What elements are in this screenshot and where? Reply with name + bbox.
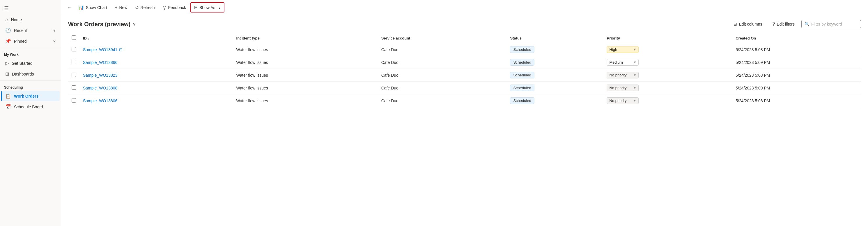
- feedback-label: Feedback: [168, 5, 186, 10]
- priority-dropdown-4[interactable]: No priority ∨: [607, 97, 639, 104]
- row-id-link-0[interactable]: Sample_WO13941: [83, 47, 117, 52]
- sidebar-item-pinned-label: Pinned: [14, 39, 27, 44]
- sidebar-item-dashboards[interactable]: ⊞ Dashboards: [1, 69, 60, 79]
- priority-label-0: High: [609, 47, 617, 52]
- show-chart-label: Show Chart: [86, 5, 107, 10]
- row-id-link-1[interactable]: Sample_WO13866: [83, 60, 117, 65]
- home-icon: ⌂: [5, 17, 8, 23]
- filter-keyword-input[interactable]: [811, 22, 858, 27]
- sidebar-item-dashboards-label: Dashboards: [12, 72, 34, 76]
- header-priority[interactable]: Priority: [603, 33, 732, 43]
- refresh-label: Refresh: [141, 5, 155, 10]
- header-id[interactable]: ID ↓: [80, 33, 233, 43]
- sidebar-item-get-started-label: Get Started: [12, 61, 33, 66]
- table-row: Sample_WO13866 Water flow issues Cafe Du…: [68, 56, 861, 69]
- hamburger-menu[interactable]: ☰: [0, 2, 61, 14]
- status-badge-3: Scheduled: [510, 84, 534, 91]
- edit-filters-label: Edit filters: [777, 22, 795, 27]
- row-created-cell-1: 5/24/2023 5:09 PM: [732, 56, 861, 69]
- sidebar-item-work-orders[interactable]: 📋 Work Orders: [1, 91, 60, 101]
- edit-columns-button[interactable]: ⊟ Edit columns: [730, 20, 765, 29]
- open-record-icon-0[interactable]: ⊡: [119, 47, 123, 52]
- feedback-button[interactable]: ◎ Feedback: [159, 3, 189, 12]
- search-icon: 🔍: [805, 22, 809, 27]
- hamburger-icon: ☰: [4, 5, 9, 11]
- row-service-cell-3: Cafe Duo: [378, 82, 507, 95]
- priority-dropdown-1[interactable]: Medium ∨: [607, 59, 639, 66]
- status-badge-2: Scheduled: [510, 72, 534, 78]
- sidebar: ☰ ⌂ Home 🕐 Recent ∨ 📌 Pinned ∨ My Work ▷…: [0, 0, 61, 226]
- row-created-on-1: 5/24/2023 5:09 PM: [736, 60, 770, 65]
- priority-dropdown-0[interactable]: High ∨: [607, 46, 639, 53]
- header-created-on[interactable]: Created On: [732, 33, 861, 43]
- row-status-cell-2: Scheduled: [506, 69, 603, 82]
- work-orders-table: ID ↓ Incident type Service account Statu…: [68, 33, 861, 107]
- header-service-account[interactable]: Service account: [378, 33, 507, 43]
- priority-dropdown-3[interactable]: No priority ∨: [607, 84, 639, 91]
- work-orders-icon: 📋: [5, 93, 11, 99]
- row-status-cell-4: Scheduled: [506, 95, 603, 107]
- row-checkbox-3[interactable]: [72, 85, 76, 90]
- row-status-cell-3: Scheduled: [506, 82, 603, 95]
- page-title-area: Work Orders (preview) ∨: [68, 21, 136, 28]
- sidebar-item-get-started[interactable]: ▷ Get Started: [1, 58, 60, 68]
- row-incident-type-0: Water flow issues: [236, 47, 268, 52]
- row-created-cell-4: 5/24/2023 5:08 PM: [732, 95, 861, 107]
- dashboards-icon: ⊞: [5, 71, 9, 77]
- header-created-label: Created On: [736, 36, 756, 40]
- page-title-chevron-icon[interactable]: ∨: [133, 22, 136, 27]
- row-id-link-4[interactable]: Sample_WO13806: [83, 99, 117, 103]
- back-button[interactable]: ←: [65, 3, 74, 12]
- row-priority-cell-1: Medium ∨: [603, 56, 732, 69]
- priority-dropdown-2[interactable]: No priority ∨: [607, 72, 639, 78]
- scheduling-section-title: Scheduling: [0, 82, 61, 90]
- row-checkbox-0[interactable]: [72, 47, 76, 51]
- sidebar-item-pinned[interactable]: 📌 Pinned ∨: [1, 36, 60, 46]
- row-id-link-2[interactable]: Sample_WO13823: [83, 73, 117, 78]
- row-id-link-3[interactable]: Sample_WO13808: [83, 86, 117, 90]
- row-service-cell-0: Cafe Duo: [378, 43, 507, 56]
- priority-chevron-icon-0: ∨: [634, 48, 636, 51]
- row-id-cell-2: Sample_WO13823: [80, 69, 233, 82]
- status-badge-0: Scheduled: [510, 46, 534, 53]
- show-chart-button[interactable]: 📊 Show Chart: [75, 3, 110, 12]
- row-service-cell-2: Cafe Duo: [378, 69, 507, 82]
- row-priority-cell-4: No priority ∨: [603, 95, 732, 107]
- plus-icon: +: [115, 5, 117, 10]
- my-work-section-title: My Work: [0, 49, 61, 58]
- row-created-cell-2: 5/24/2023 5:08 PM: [732, 69, 861, 82]
- edit-columns-icon: ⊟: [734, 22, 737, 27]
- edit-filters-button[interactable]: ⊽ Edit filters: [769, 20, 798, 29]
- row-service-account-4: Cafe Duo: [381, 99, 399, 103]
- sidebar-item-schedule-board[interactable]: 📅 Schedule Board: [1, 102, 60, 112]
- page-header: Work Orders (preview) ∨ ⊟ Edit columns ⊽…: [68, 20, 861, 29]
- page-title: Work Orders (preview): [68, 21, 130, 28]
- row-incident-type-4: Water flow issues: [236, 99, 268, 103]
- filter-icon: ⊽: [772, 22, 775, 27]
- select-all-checkbox[interactable]: [72, 35, 76, 40]
- show-as-button[interactable]: ⊞ Show As ∨: [190, 2, 224, 12]
- header-actions: ⊟ Edit columns ⊽ Edit filters 🔍: [730, 20, 861, 29]
- priority-label-1: Medium: [609, 60, 623, 65]
- new-button[interactable]: + New: [112, 3, 130, 12]
- header-status[interactable]: Status: [506, 33, 603, 43]
- row-checkbox-cell-4: [68, 95, 80, 107]
- header-incident-type[interactable]: Incident type: [233, 33, 378, 43]
- row-checkbox-cell-0: [68, 43, 80, 56]
- schedule-board-icon: 📅: [5, 104, 11, 110]
- row-id-cell-4: Sample_WO13806: [80, 95, 233, 107]
- row-created-cell-0: 5/24/2023 5:08 PM: [732, 43, 861, 56]
- priority-chevron-icon-1: ∨: [634, 61, 636, 64]
- priority-label-4: No priority: [609, 99, 626, 103]
- row-checkbox-4[interactable]: [72, 98, 76, 103]
- priority-label-2: No priority: [609, 73, 626, 77]
- new-label: New: [119, 5, 127, 10]
- row-checkbox-1[interactable]: [72, 60, 76, 64]
- row-checkbox-2[interactable]: [72, 73, 76, 77]
- sidebar-item-recent[interactable]: 🕐 Recent ∨: [1, 25, 60, 35]
- recent-icon: 🕐: [5, 28, 11, 33]
- chart-icon: 📊: [78, 5, 84, 10]
- sidebar-item-home[interactable]: ⌂ Home: [1, 15, 60, 25]
- refresh-button[interactable]: ↺ Refresh: [132, 3, 158, 12]
- row-id-cell-3: Sample_WO13808: [80, 82, 233, 95]
